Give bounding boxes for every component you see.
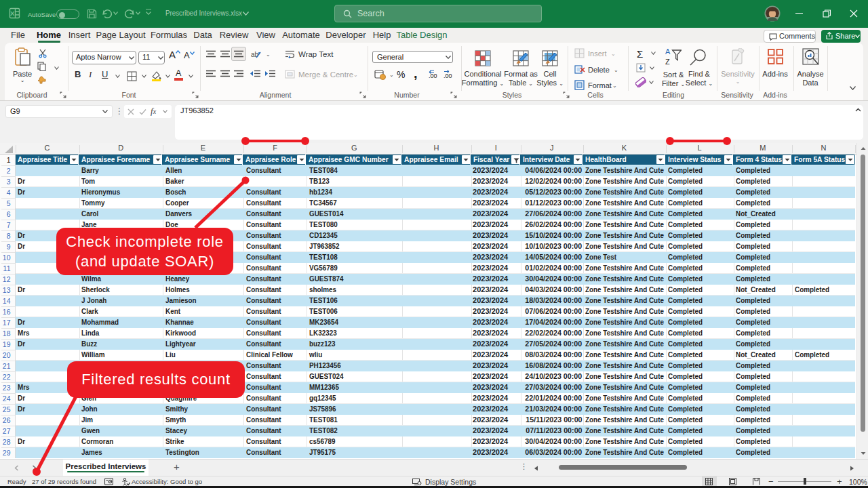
svg-text:X: X	[10, 9, 15, 17]
svg-text:.00: .00	[443, 73, 452, 79]
svg-text:Z: Z	[665, 58, 670, 66]
svg-text:ab: ab	[251, 51, 259, 58]
svg-text:A: A	[665, 47, 671, 56]
svg-text:.00: .00	[429, 73, 437, 79]
